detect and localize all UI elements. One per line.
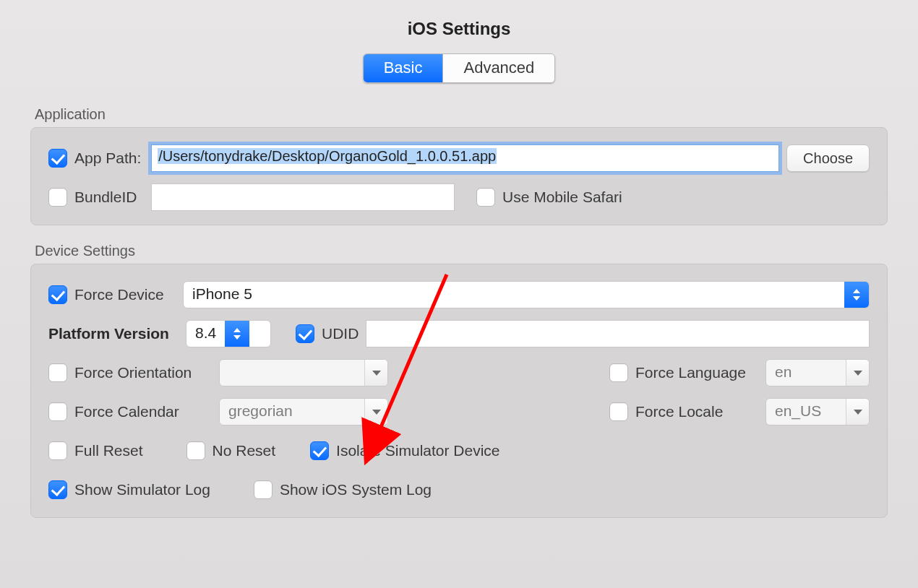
force-calendar-label: Force Calendar (74, 403, 212, 420)
application-section-label: Application (35, 106, 888, 123)
force-language-label: Force Language (635, 364, 758, 381)
application-group: App Path: /Users/tonydrake/Desktop/Organ… (30, 127, 888, 225)
tab-basic[interactable]: Basic (364, 54, 443, 82)
udid-input[interactable] (366, 320, 870, 347)
full-reset-checkbox[interactable] (48, 441, 67, 460)
force-orientation-checkbox[interactable] (48, 363, 67, 382)
bundle-id-input[interactable] (151, 183, 455, 211)
bundle-id-checkbox[interactable] (48, 188, 67, 207)
force-device-select[interactable]: iPhone 5 (183, 281, 870, 308)
udid-label: UDID (322, 325, 359, 342)
chevron-updown-icon (844, 282, 869, 308)
device-settings-section-label: Device Settings (35, 243, 888, 259)
platform-version-select[interactable]: 8.4 (186, 320, 271, 347)
full-reset-label: Full Reset (74, 442, 143, 459)
chevron-updown-icon (225, 321, 249, 347)
isolate-simulator-device-checkbox[interactable] (310, 441, 329, 460)
force-device-checkbox[interactable] (48, 285, 67, 304)
force-locale-checkbox[interactable] (609, 402, 628, 421)
chevron-down-icon (364, 360, 387, 386)
chevron-down-icon (364, 399, 387, 425)
force-locale-select[interactable]: en_US (765, 398, 870, 425)
no-reset-checkbox[interactable] (186, 441, 205, 460)
force-orientation-select[interactable] (219, 359, 388, 386)
force-calendar-select[interactable]: gregorian (219, 398, 388, 425)
isolate-simulator-device-label: Isolate Simulator Device (336, 442, 499, 459)
show-simulator-log-label: Show Simulator Log (74, 481, 210, 498)
app-path-label: App Path: (74, 150, 141, 167)
show-simulator-log-checkbox[interactable] (48, 480, 67, 499)
force-language-checkbox[interactable] (609, 363, 628, 382)
use-mobile-safari-checkbox[interactable] (476, 188, 495, 207)
show-ios-system-log-checkbox[interactable] (254, 480, 273, 499)
page-title: iOS Settings (0, 19, 918, 39)
settings-window: iOS Settings Basic Advanced Application … (0, 0, 918, 588)
force-calendar-checkbox[interactable] (48, 402, 67, 421)
use-mobile-safari-label: Use Mobile Safari (502, 189, 622, 206)
udid-checkbox[interactable] (296, 324, 314, 343)
force-orientation-label: Force Orientation (74, 364, 212, 381)
app-path-input[interactable]: /Users/tonydrake/Desktop/OrganoGold_1.0.… (151, 144, 779, 172)
force-locale-label: Force Locale (635, 403, 758, 420)
app-path-checkbox[interactable] (48, 149, 67, 168)
show-ios-system-log-label: Show iOS System Log (280, 481, 432, 498)
force-language-select[interactable]: en (765, 359, 870, 386)
device-settings-group: Force Device iPhone 5 Platform Version 8… (30, 264, 888, 518)
chevron-down-icon (846, 360, 869, 386)
platform-version-label: Platform Version (48, 325, 179, 342)
bundle-id-label: BundleID (74, 189, 144, 206)
tab-advanced[interactable]: Advanced (442, 54, 554, 82)
chevron-down-icon (846, 399, 869, 425)
force-device-label: Force Device (74, 286, 176, 303)
choose-button[interactable]: Choose (786, 144, 870, 172)
no-reset-label: No Reset (213, 442, 276, 459)
tab-bar: Basic Advanced (0, 53, 918, 83)
